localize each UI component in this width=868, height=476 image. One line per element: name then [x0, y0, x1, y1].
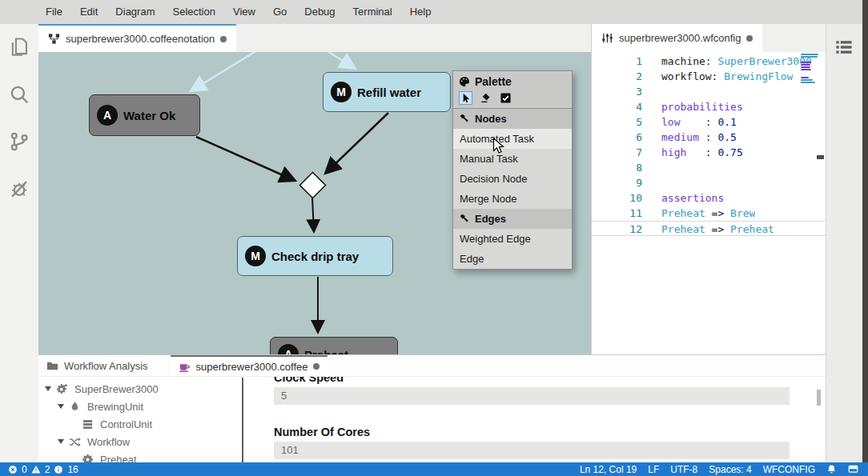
tab-label: Workflow Analysis [64, 360, 148, 372]
code-line[interactable]: 3 [592, 84, 826, 99]
minimap-line [801, 66, 810, 68]
code-line[interactable]: 4probabilities [592, 99, 826, 114]
menu-item-edit[interactable]: Edit [71, 0, 106, 24]
node-check-drip-tray[interactable]: M Check drip tray [237, 236, 393, 276]
menu-item-file[interactable]: File [37, 0, 71, 24]
marquee-tool[interactable] [479, 91, 492, 105]
manual-task-badge: M [331, 82, 352, 102]
menu-item-selection[interactable]: Selection [163, 0, 223, 24]
tab-coffeenotation[interactable]: superbrewer3000.coffeenotation [38, 24, 236, 52]
source-control-icon[interactable] [9, 131, 30, 152]
line-number: 6 [592, 130, 642, 145]
language-indicator[interactable]: WFCONFIG [763, 464, 815, 475]
diagram-canvas[interactable]: A Water Ok M Refill water M Check drip t… [38, 52, 591, 354]
tab-label: superbrewer3000.coffee [196, 361, 308, 373]
code-text [642, 84, 661, 99]
node-preheat[interactable]: A Preheat [270, 337, 398, 354]
hammer-icon [459, 214, 469, 224]
palette-group-label: Edges [475, 213, 506, 225]
palette-item-weighted-edge[interactable]: Weighted Edge [453, 229, 572, 249]
code-line[interactable]: 7high : 0.75 [592, 145, 826, 160]
debug-icon[interactable] [9, 178, 30, 199]
line-number: 11 [592, 206, 642, 221]
indentation-indicator[interactable]: Spaces: 4 [709, 464, 751, 475]
activity-bar [0, 24, 38, 462]
palette-item-merge-node[interactable]: Merge Node [453, 189, 572, 209]
dirty-indicator[interactable] [746, 35, 753, 42]
status-bar: 0 2 16 Ln 12, Col 19 LF UTF-8 Spaces: 4 … [0, 462, 868, 476]
tree-item-preheat[interactable]: Preheat [38, 450, 242, 463]
validation-tool[interactable] [499, 91, 512, 105]
cursor-position[interactable]: Ln 12, Col 19 [580, 464, 637, 475]
selection-tool[interactable] [459, 91, 472, 105]
palette-item-edge[interactable]: Edge [453, 249, 572, 269]
tree-item-brewingunit[interactable]: BrewingUnit [38, 398, 242, 415]
palette-group-label: Nodes [475, 113, 507, 125]
expand-caret[interactable] [45, 386, 51, 391]
search-icon[interactable] [9, 84, 30, 105]
clock-speed-input[interactable]: 5 [274, 387, 790, 405]
expand-caret[interactable] [58, 439, 64, 444]
line-number: 12 [592, 222, 642, 235]
tab-label: superbrewer3000.coffeenotation [66, 33, 215, 45]
code-editor[interactable]: 1machine: SuperBrewer30002workflow: Brew… [591, 52, 826, 354]
menu-item-diagram[interactable]: Diagram [106, 0, 163, 24]
code-line[interactable]: 10assertions [592, 190, 826, 206]
detail-form: Clock Speed 5 Number Of Cores 101 [243, 377, 826, 463]
palette-item-manual-task[interactable]: Manual Task [453, 149, 572, 169]
tab-label: superbrewer3000.wfconfig [619, 32, 741, 44]
dirty-indicator[interactable] [313, 363, 319, 370]
tab-wfconfig[interactable]: superbrewer3000.wfconfig [592, 24, 762, 52]
line-number: 7 [592, 145, 642, 160]
application-window: FileEditDiagramSelectionViewGoDebugTermi… [0, 0, 868, 476]
number-of-cores-input[interactable]: 101 [274, 442, 790, 459]
node-label: Check drip tray [271, 250, 359, 263]
minimap[interactable] [801, 54, 820, 84]
tree-item-workflow[interactable]: Workflow [38, 433, 242, 450]
scrollbar-thumb[interactable] [817, 390, 821, 406]
overview-ruler-marker [817, 155, 824, 159]
info-icon [54, 465, 63, 474]
menu-item-go[interactable]: Go [264, 0, 295, 24]
code-line[interactable]: 2workflow: BrewingFlow [592, 69, 826, 84]
tree-item-controlunit[interactable]: ControlUnit [38, 415, 242, 433]
outline-icon[interactable] [834, 38, 854, 57]
minimap-line [801, 69, 811, 70]
node-label: Refill water [357, 86, 421, 99]
menu-item-terminal[interactable]: Terminal [344, 0, 401, 24]
encoding-indicator[interactable]: UTF-8 [670, 464, 697, 475]
tab-workflow-analysis[interactable]: Workflow Analysis [38, 355, 156, 376]
sliders-icon [601, 32, 613, 44]
eol-indicator[interactable]: LF [648, 464, 659, 475]
code-line[interactable]: 5low : 0.1 [592, 114, 826, 130]
code-line[interactable]: 1machine: SuperBrewer3000 [592, 54, 826, 69]
menu-item-view[interactable]: View [224, 0, 264, 24]
expand-caret[interactable] [58, 404, 64, 409]
code-line[interactable]: 11Preheat => Brew [592, 206, 826, 221]
code-line[interactable]: 6medium : 0.5 [592, 130, 826, 145]
diagram-tabbar: superbrewer3000.coffeenotation [38, 24, 591, 52]
menu-bar: FileEditDiagramSelectionViewGoDebugTermi… [0, 0, 868, 24]
palette-group-nodes[interactable]: Nodes [453, 109, 572, 129]
decision-node[interactable] [299, 171, 327, 199]
problems-summary[interactable]: 0 2 16 [8, 464, 78, 475]
palette-item-automated-task[interactable]: Automated Task [453, 129, 572, 149]
menu-item-debug[interactable]: Debug [295, 0, 344, 24]
code-line[interactable]: 8 [592, 160, 826, 175]
node-water-ok[interactable]: A Water Ok [89, 94, 200, 136]
menu-item-help[interactable]: Help [401, 0, 440, 24]
right-sidebar [826, 24, 862, 462]
tree-item-superbrewer3000[interactable]: SuperBrewer3000 [38, 380, 242, 398]
tab-coffee-file[interactable]: superbrewer3000.coffee [171, 355, 328, 376]
code-line[interactable]: 12Preheat => Preheat [592, 221, 826, 236]
node-refill-water[interactable]: M Refill water [323, 72, 451, 112]
dirty-indicator[interactable] [220, 36, 227, 42]
code-line[interactable]: 9 [592, 175, 826, 190]
bell-icon[interactable] [826, 464, 837, 474]
minimap-line [801, 62, 811, 63]
palette-group-edges[interactable]: Edges [453, 209, 572, 229]
minimap-line [801, 79, 813, 81]
feedback-icon[interactable] [848, 464, 858, 474]
palette-item-decision-node[interactable]: Decision Node [453, 169, 572, 189]
files-icon[interactable] [9, 37, 30, 58]
